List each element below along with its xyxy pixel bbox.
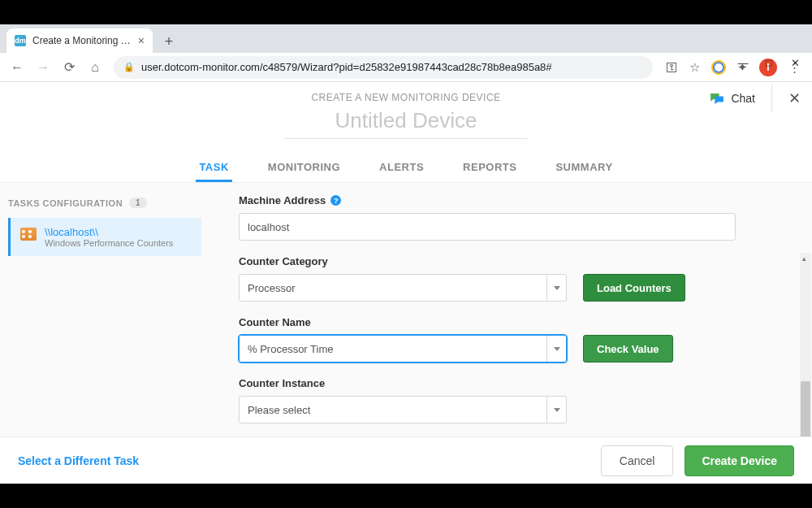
task-count-badge: 1	[129, 198, 147, 208]
url-field[interactable]: 🔒 user.dotcom-monitor.com/c48579/Wizard?…	[114, 56, 653, 79]
scrollbar[interactable]: ▴ ▾	[800, 253, 811, 436]
extension-icon[interactable]	[711, 60, 726, 75]
scroll-up-icon[interactable]: ▴	[802, 254, 806, 263]
tab-alerts[interactable]: ALERTS	[376, 154, 427, 182]
tab-monitoring[interactable]: MONITORING	[265, 154, 343, 182]
machine-address-input[interactable]	[239, 213, 736, 241]
create-device-button[interactable]: Create Device	[685, 445, 794, 476]
tab-title: Create a Monitoring Device	[32, 35, 132, 46]
scroll-thumb[interactable]	[801, 381, 810, 436]
title-underline	[284, 138, 528, 139]
new-tab-button[interactable]: +	[158, 30, 180, 53]
check-value-button[interactable]: Check Value	[583, 335, 673, 363]
counter-instance-select[interactable]: Please select	[239, 396, 567, 423]
wizard-tabs: TASK MONITORING ALERTS REPORTS SUMMARY	[0, 154, 812, 183]
footer: Select a Different Task Cancel Create De…	[0, 436, 812, 484]
maximize-icon[interactable]: □	[763, 57, 775, 69]
reload-button[interactable]: ⟳	[58, 57, 80, 78]
counter-name-select[interactable]: % Processor Time	[239, 335, 567, 363]
counter-name-label: Counter Name	[239, 316, 567, 328]
tab-reports[interactable]: REPORTS	[460, 154, 520, 182]
key-icon[interactable]: ⚿	[666, 60, 678, 74]
browser-tabstrip: dm Create a Monitoring Device × +	[0, 24, 812, 53]
back-button[interactable]: ←	[6, 57, 28, 78]
help-icon[interactable]: ?	[330, 195, 341, 206]
chat-icon	[710, 93, 724, 104]
counter-instance-label: Counter Instance	[239, 377, 567, 389]
sidebar-item-title: \\localhost\\	[45, 226, 173, 238]
sidebar-heading: TASKS CONFIGURATION 1	[8, 198, 201, 208]
chevron-down-icon	[546, 275, 566, 301]
lock-icon: 🔒	[123, 62, 135, 72]
browser-tab[interactable]: dm Create a Monitoring Device ×	[6, 28, 153, 53]
forward-button[interactable]: →	[32, 57, 54, 78]
device-title[interactable]: Untitled Device	[335, 108, 477, 138]
close-tab-icon[interactable]: ×	[138, 34, 145, 47]
sidebar-item-task[interactable]: \\localhost\\ Windows Performance Counte…	[8, 218, 201, 256]
tab-task[interactable]: TASK	[196, 154, 231, 182]
counter-category-label: Counter Category	[239, 255, 567, 267]
star-icon[interactable]: ☆	[689, 60, 700, 75]
address-bar: ← → ⟳ ⌂ 🔒 user.dotcom-monitor.com/c48579…	[0, 53, 812, 82]
cancel-button[interactable]: Cancel	[601, 445, 674, 476]
load-counters-button[interactable]: Load Counters	[583, 274, 685, 302]
url-text: user.dotcom-monitor.com/c48579/Wizard?pi…	[141, 61, 643, 73]
chevron-down-icon	[546, 397, 566, 423]
chevron-down-icon	[546, 336, 566, 362]
home-button[interactable]: ⌂	[84, 57, 106, 78]
favicon: dm	[15, 35, 26, 46]
counter-category-select[interactable]: Processor	[239, 274, 567, 302]
form-panel: Machine Address ? Counter Category Proce…	[209, 183, 812, 436]
sidebar-item-subtitle: Windows Performance Counters	[45, 238, 173, 248]
machine-address-label: Machine Address ?	[239, 194, 783, 206]
window-controls: — □ ✕	[726, 49, 812, 77]
tab-summary[interactable]: SUMMARY	[552, 154, 615, 182]
select-different-task-link[interactable]: Select a Different Task	[18, 454, 139, 467]
task-icon	[20, 228, 37, 241]
page-subtitle: CREATE A NEW MONITORING DEVICE	[0, 92, 812, 103]
close-window-icon[interactable]: ✕	[789, 57, 801, 69]
sidebar: TASKS CONFIGURATION 1 \\localhost\\ Wind…	[0, 183, 209, 436]
minimize-icon[interactable]: —	[737, 57, 749, 69]
